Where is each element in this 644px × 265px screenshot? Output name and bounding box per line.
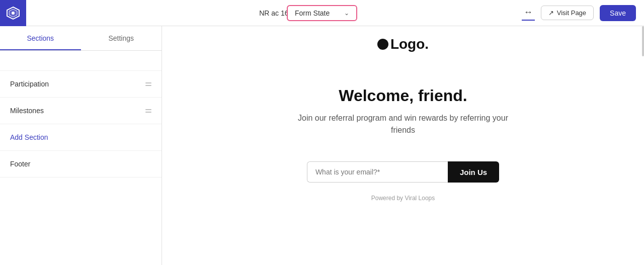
join-us-button[interactable]: Join Us (448, 161, 499, 183)
sidebar-item-participation[interactable]: Participation (0, 71, 162, 98)
preview-frame: Logo. Welcome, friend. Join our referral… (162, 26, 644, 265)
preview-area: Logo. Welcome, friend. Join our referral… (162, 26, 644, 265)
sidebar-empty-top (0, 51, 162, 71)
hero-title: Welcome, friend. (290, 86, 516, 105)
save-button[interactable]: Save (600, 5, 636, 21)
preview-form: Join Us (307, 161, 499, 183)
visit-page-label: Visit Page (557, 9, 586, 17)
email-input[interactable] (307, 161, 448, 183)
participation-label: Participation (10, 80, 49, 88)
milestones-label: Milestones (10, 107, 44, 115)
sidebar-item-footer[interactable]: Footer (0, 151, 162, 178)
form-state-dropdown[interactable]: Form State ⌄ (287, 5, 357, 21)
add-section-button[interactable]: Add Section (0, 124, 162, 151)
svg-point-2 (12, 12, 15, 15)
preview-logo: Logo. (377, 36, 429, 52)
sidebar-tabs: Sections Settings (0, 26, 162, 51)
preview-hero: Welcome, friend. Join our referral progr… (290, 86, 516, 136)
sidebar-item-milestones[interactable]: Milestones (0, 98, 162, 124)
drag-handle-milestones[interactable] (145, 109, 151, 113)
scrollbar[interactable] (642, 26, 644, 56)
resize-icon[interactable]: ↔ (522, 5, 535, 21)
tab-sections[interactable]: Sections (0, 26, 81, 50)
external-link-icon: ↗ (548, 9, 554, 17)
footer-label: Footer (10, 160, 30, 168)
form-state-label: Form State (295, 9, 330, 17)
visit-page-button[interactable]: ↗ Visit Page (541, 6, 594, 20)
logo-text: Logo. (390, 36, 429, 52)
drag-handle-participation[interactable] (145, 82, 151, 86)
hero-subtitle: Join our referral program and win reward… (290, 112, 516, 136)
page-title: NR ac 16 (26, 9, 522, 17)
powered-by: Powered by Viral Loops (371, 195, 435, 202)
tab-settings[interactable]: Settings (81, 26, 162, 50)
chevron-down-icon: ⌄ (344, 10, 349, 17)
logo-circle-icon (377, 39, 388, 50)
app-logo[interactable] (0, 0, 26, 26)
header-actions: ↔ ↗ Visit Page Save (522, 5, 636, 21)
main-layout: Sections Settings Participation Mileston… (0, 26, 644, 265)
header: NR ac 16 Form State ⌄ ↔ ↗ Visit Page Sav… (0, 0, 644, 26)
sidebar: Sections Settings Participation Mileston… (0, 26, 162, 265)
